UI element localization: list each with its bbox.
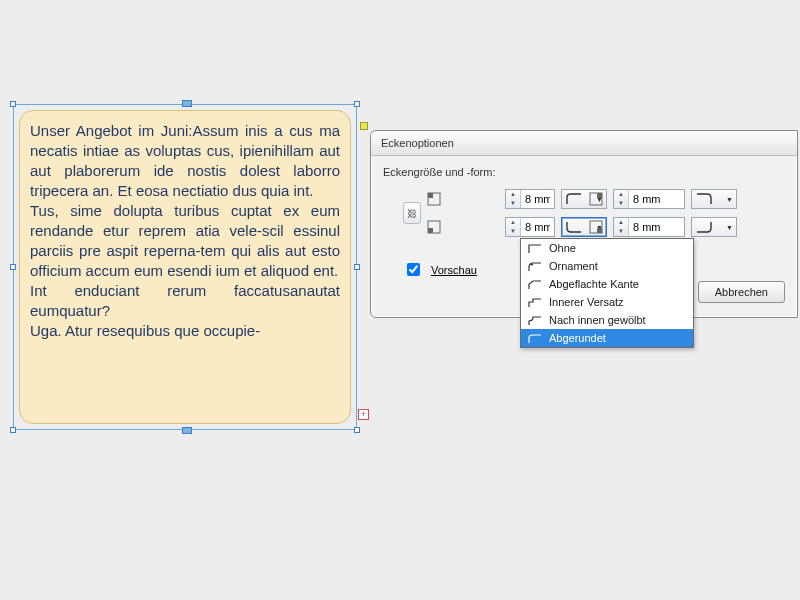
spinner-up-icon[interactable]: ▲ xyxy=(506,190,520,199)
dropdown-item-label: Ohne xyxy=(549,242,576,254)
handle-mid-left[interactable] xyxy=(10,264,16,270)
dropdown-item-inverse-rounded[interactable]: Nach innen gewölbt xyxy=(521,311,693,329)
chevron-down-icon: ▼ xyxy=(726,224,733,231)
link-corners-toggle[interactable]: ⛓ xyxy=(403,202,421,224)
spinner-down-icon[interactable]: ▼ xyxy=(614,199,628,208)
corner-br-icon xyxy=(589,220,603,234)
dropdown-item-rounded[interactable]: Abgerundet xyxy=(521,329,693,347)
dropdown-item-label: Ornament xyxy=(549,260,598,272)
svg-rect-7 xyxy=(597,228,602,233)
corner-bl-size-input[interactable] xyxy=(521,218,554,236)
corner-shape-dropdown[interactable]: Ohne Ornament Abgeflachte Kante Innerer … xyxy=(520,238,694,348)
spinner-up-icon[interactable]: ▲ xyxy=(614,190,628,199)
handle-top-right[interactable] xyxy=(354,101,360,107)
handle-mid-right[interactable] xyxy=(354,264,360,270)
handle-bottom-left[interactable] xyxy=(10,427,16,433)
corner-tr-size-input[interactable] xyxy=(629,190,684,208)
dropdown-item-fancy[interactable]: Ornament xyxy=(521,257,693,275)
spinner-down-icon[interactable]: ▼ xyxy=(614,227,628,236)
corner-tr-shape[interactable]: ▼ xyxy=(691,189,737,209)
preview-checkbox[interactable] xyxy=(407,263,420,276)
corner-br-size-input[interactable] xyxy=(629,218,684,236)
corner-tl-size-input[interactable] xyxy=(521,190,554,208)
dropdown-item-label: Abgeflachte Kante xyxy=(549,278,639,290)
chevron-down-icon: ▼ xyxy=(726,196,733,203)
spinner-up-icon[interactable]: ▲ xyxy=(614,218,628,227)
handle-bottom-right[interactable] xyxy=(354,427,360,433)
dropdown-item-none[interactable]: Ohne xyxy=(521,239,693,257)
corner-group-label: Eckengröße und -form: xyxy=(383,166,785,178)
spinner-down-icon[interactable]: ▼ xyxy=(506,227,520,236)
corner-bl-icon xyxy=(427,220,441,234)
corner-br-size[interactable]: ▲▼ xyxy=(613,217,685,237)
spinner-down-icon[interactable]: ▼ xyxy=(506,199,520,208)
spinner-up-icon[interactable]: ▲ xyxy=(506,218,520,227)
corner-tr-size[interactable]: ▲▼ xyxy=(613,189,685,209)
text-frame[interactable]: Unser Angebot im Juni:Assum inis a cus m… xyxy=(13,104,357,430)
svg-rect-1 xyxy=(428,193,433,198)
corner-bl-size[interactable]: ▲▼ xyxy=(505,217,555,237)
dropdown-item-bevel[interactable]: Abgeflachte Kante xyxy=(521,275,693,293)
handle-mid-top[interactable] xyxy=(182,100,192,107)
dialog-title-text: Eckenoptionen xyxy=(381,137,454,149)
dropdown-item-label: Innerer Versatz xyxy=(549,296,624,308)
overset-indicator[interactable]: + xyxy=(358,409,369,420)
dropdown-item-inset[interactable]: Innerer Versatz xyxy=(521,293,693,311)
text-frame-content: Unser Angebot im Juni:Assum inis a cus m… xyxy=(19,110,351,424)
svg-rect-3 xyxy=(597,193,602,198)
corner-tl-size[interactable]: ▲▼ xyxy=(505,189,555,209)
corner-tr-icon xyxy=(589,192,603,206)
handle-top-left[interactable] xyxy=(10,101,16,107)
svg-rect-5 xyxy=(428,228,433,233)
dropdown-item-label: Nach innen gewölbt xyxy=(549,314,646,326)
dialog-title: Eckenoptionen xyxy=(371,131,797,156)
corner-br-shape[interactable]: ▼ xyxy=(691,217,737,237)
handle-mid-bottom[interactable] xyxy=(182,427,192,434)
corner-tl-icon xyxy=(427,192,441,206)
cancel-button[interactable]: Abbrechen xyxy=(698,281,785,303)
dropdown-item-label: Abgerundet xyxy=(549,332,606,344)
preview-label[interactable]: Vorschau xyxy=(431,264,477,276)
live-corner-handle[interactable] xyxy=(360,122,368,130)
